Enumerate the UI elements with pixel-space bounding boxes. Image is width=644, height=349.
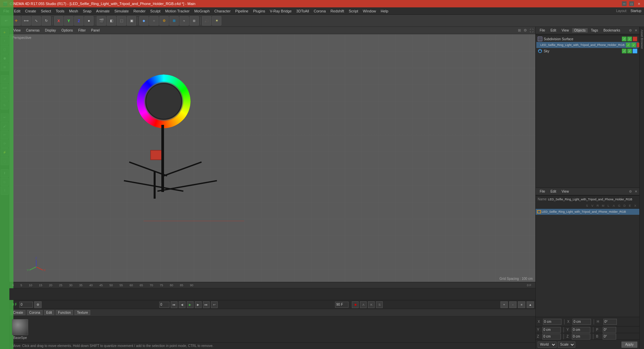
rp-prop-file[interactable]: File xyxy=(538,189,547,194)
menu-create[interactable]: Create xyxy=(23,8,38,14)
x-axis-button[interactable]: X xyxy=(54,16,63,26)
menu-snap[interactable]: Snap xyxy=(81,8,94,14)
minimize-button[interactable]: ─ xyxy=(622,1,627,6)
end-frame-input[interactable] xyxy=(335,302,348,308)
coord-z2-input[interactable] xyxy=(572,334,590,340)
close-button[interactable]: ✕ xyxy=(637,1,641,6)
vp-fullscreen-icon[interactable]: ⛶ xyxy=(530,29,533,33)
frame-input[interactable] xyxy=(19,302,33,308)
texture-button[interactable]: Texture xyxy=(74,310,90,315)
menu-pipeline[interactable]: Pipeline xyxy=(233,8,250,14)
menu-select[interactable]: Select xyxy=(39,8,53,14)
menu-redshift[interactable]: Redshift xyxy=(328,8,346,14)
start-frame-input[interactable] xyxy=(159,302,169,308)
grid-button[interactable]: ⊞ xyxy=(190,16,199,26)
z-axis-button[interactable]: Z xyxy=(74,16,84,26)
menu-sculpt[interactable]: Sculpt xyxy=(148,8,163,14)
properties-panel-settings[interactable]: ⚙ xyxy=(629,190,632,193)
spline-button[interactable]: ≈ xyxy=(179,16,189,26)
tl-remove-btn[interactable]: - xyxy=(509,301,517,308)
object-button[interactable]: ◆ xyxy=(139,16,149,26)
render-interactive-button[interactable]: ⬚ xyxy=(117,16,126,26)
tl-expand-btn[interactable]: ▲ xyxy=(527,301,534,308)
coord-button[interactable]: ■ xyxy=(84,16,94,26)
render-region-button[interactable]: ◧ xyxy=(107,16,116,26)
rp-tab-view[interactable]: View xyxy=(559,28,571,33)
smooth-button[interactable]: ○ xyxy=(149,16,159,26)
coord-b-input[interactable] xyxy=(603,334,616,340)
camera-button[interactable]: 🎥 xyxy=(202,16,211,26)
vp-settings-icon[interactable]: ⚙ xyxy=(524,28,527,33)
render-viewer-button[interactable]: ▣ xyxy=(127,16,136,26)
auto-key-button[interactable]: A xyxy=(360,301,367,308)
maximize-button[interactable]: □ xyxy=(629,1,634,6)
object-item-led[interactable]: LED_Selfie_Ring_Light_with_Tripod_and_Ph… xyxy=(536,42,639,48)
render-button[interactable]: 🎬 xyxy=(97,16,106,26)
prop-led-item[interactable]: LED_Selfie_Ring_Light_with_Tripod_and_Ph… xyxy=(536,209,639,215)
properties-panel-close[interactable]: ✕ xyxy=(635,190,637,193)
menu-3dtoall[interactable]: 3DToAll xyxy=(294,8,311,14)
coord-x-input[interactable] xyxy=(543,319,561,325)
rotate-button[interactable]: ↻ xyxy=(42,16,51,26)
coord-z-input[interactable] xyxy=(542,334,561,340)
object-item-sky[interactable]: Sky ✓ ✓ xyxy=(536,48,639,54)
key-sel-button[interactable]: S xyxy=(376,301,383,308)
scale-select[interactable]: Scale Size xyxy=(558,342,575,348)
vp-menu-display[interactable]: Display xyxy=(43,28,58,33)
viewport[interactable]: Perspective xyxy=(9,34,535,282)
rp-tab-tags[interactable]: Tags xyxy=(589,28,600,33)
menu-tools[interactable]: Tools xyxy=(54,8,66,14)
rp-tab-file[interactable]: File xyxy=(538,28,547,33)
y-axis-button[interactable]: Y xyxy=(64,16,73,26)
object-item-subdivision[interactable]: Subdivision Surface ✓ ✓ xyxy=(536,36,639,42)
menu-script[interactable]: Script xyxy=(347,8,360,14)
array-button[interactable]: ⊞ xyxy=(169,16,179,26)
tl-add-btn[interactable]: + xyxy=(500,301,508,308)
coord-y-input[interactable] xyxy=(542,327,561,333)
go-to-end-button[interactable]: ⏭ xyxy=(203,301,210,308)
menu-corona[interactable]: Corona xyxy=(312,8,328,14)
edit-button[interactable]: Edit xyxy=(44,310,54,315)
coord-p-input[interactable] xyxy=(603,327,616,333)
led-check2[interactable]: ✓ xyxy=(631,43,636,47)
vp-menu-cameras[interactable]: Cameras xyxy=(24,28,42,33)
rp-tab-edit[interactable]: Edit xyxy=(548,28,558,33)
menu-simulate[interactable]: Simulate xyxy=(112,8,131,14)
play-button[interactable]: ▶ xyxy=(187,301,194,308)
subdivision-check1[interactable]: ✓ xyxy=(622,37,627,41)
function-button[interactable]: Function xyxy=(56,310,73,315)
led-check1[interactable]: ✓ xyxy=(626,43,631,47)
rp-prop-edit[interactable]: Edit xyxy=(548,189,558,194)
move-button[interactable]: ⟺ xyxy=(21,16,31,26)
coord-x2-input[interactable] xyxy=(573,319,591,325)
tl-more-btn[interactable]: ≡ xyxy=(518,301,525,308)
menu-render[interactable]: Render xyxy=(131,8,148,14)
menu-animate[interactable]: Animate xyxy=(94,8,112,14)
rp-tab-objects[interactable]: Objects xyxy=(572,28,588,33)
world-select[interactable]: World Object Parent xyxy=(538,342,556,348)
sky-check1[interactable]: ✓ xyxy=(622,49,627,53)
deform-button[interactable]: ⚙ xyxy=(159,16,169,26)
next-frame-button[interactable]: ▶ xyxy=(195,301,202,308)
menu-edit[interactable]: Edit xyxy=(12,8,22,14)
menu-mograph[interactable]: MoGraph xyxy=(192,8,212,14)
asset-browser-label[interactable]: Asset Browser xyxy=(640,28,644,50)
corona-button[interactable]: Corona xyxy=(27,310,43,315)
go-to-start-button[interactable]: ⏮ xyxy=(171,301,177,308)
coord-h-input[interactable] xyxy=(603,319,617,325)
menu-character[interactable]: Character xyxy=(212,8,232,14)
objects-panel-settings[interactable]: ⚙ xyxy=(629,29,632,32)
sky-check2[interactable]: ✓ xyxy=(627,49,632,53)
subdivision-check2[interactable]: ✓ xyxy=(627,37,632,41)
sky-dot[interactable] xyxy=(633,49,637,53)
material-item[interactable]: BaseSpe xyxy=(12,319,28,340)
menu-mesh[interactable]: Mesh xyxy=(67,8,80,14)
tl-settings-btn[interactable]: ⚙ xyxy=(34,301,42,308)
key-all-button[interactable]: K xyxy=(368,301,375,308)
prev-frame-button[interactable]: ◀ xyxy=(179,301,185,308)
vp-menu-filter[interactable]: Filter xyxy=(76,28,88,33)
menu-vray[interactable]: V-Ray Bridge xyxy=(268,8,294,14)
rp-prop-view[interactable]: View xyxy=(559,189,571,194)
scale-button[interactable]: ⤡ xyxy=(32,16,41,26)
menu-help[interactable]: Help xyxy=(379,8,390,14)
